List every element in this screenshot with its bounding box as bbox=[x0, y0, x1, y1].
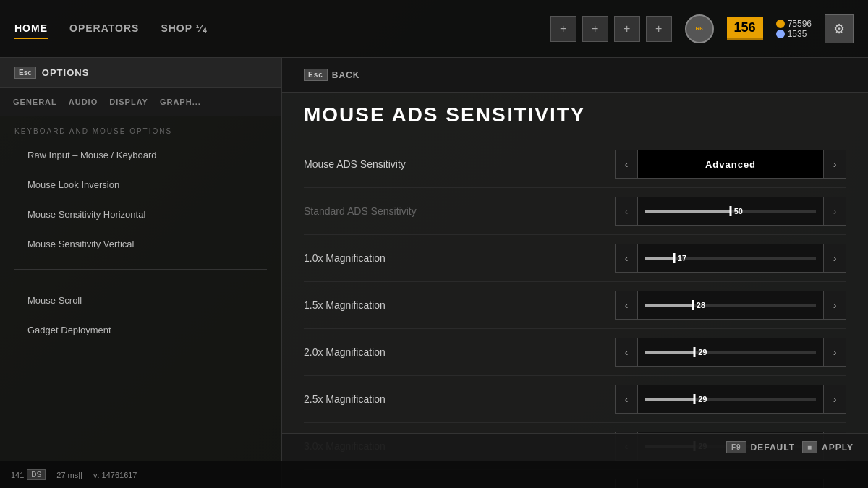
setting-row-2-5x: 2.5x Magnification ‹ 29 › bbox=[304, 376, 846, 423]
apply-button[interactable]: ■ APPLY bbox=[802, 441, 854, 453]
fps-value: 141 bbox=[11, 471, 24, 479]
nav-icons: + + + + R6 156 75596 1535 ⚙ bbox=[550, 14, 854, 43]
sidebar-divider bbox=[14, 269, 267, 270]
slider-thumb-2x bbox=[694, 347, 696, 357]
slider-1x[interactable]: 17 bbox=[638, 244, 823, 273]
apply-label: APPLY bbox=[822, 442, 854, 453]
nav-icon-3[interactable]: + bbox=[614, 16, 640, 42]
arrow-right-2-5x[interactable]: › bbox=[823, 385, 846, 414]
slider-control-1x: ‹ 17 › bbox=[615, 244, 846, 273]
options-title-label: OPTIONS bbox=[42, 67, 90, 78]
subtab-audio[interactable]: AUDIO bbox=[63, 94, 103, 110]
slider-standard[interactable]: 50 bbox=[638, 197, 823, 226]
tab-home[interactable]: HOME bbox=[14, 19, 48, 39]
right-panel: Esc BACK MOUSE ADS SENSITIVITY Mouse ADS… bbox=[282, 58, 868, 488]
top-nav: HOME OPERATORS SHOP ¹⁄₄ + + + + R6 156 7… bbox=[0, 0, 868, 58]
coin-icon bbox=[776, 20, 785, 28]
nav-icon-4[interactable]: + bbox=[646, 16, 672, 42]
arrow-right-2x[interactable]: › bbox=[823, 338, 846, 367]
setting-label-1-5x: 1.5x Magnification bbox=[304, 299, 615, 311]
slider-thumb-1-5x bbox=[692, 300, 694, 310]
slider-track-1-5x: 28 bbox=[645, 304, 816, 307]
currency-area: 75596 1535 bbox=[776, 19, 812, 39]
nav-icon-1[interactable]: + bbox=[550, 16, 576, 42]
slider-control-1-5x: ‹ 28 › bbox=[615, 291, 846, 320]
slider-value-1-5x: 28 bbox=[697, 301, 705, 309]
slider-control-2x: ‹ 29 › bbox=[615, 338, 846, 367]
status-ping: 27 ms|| bbox=[56, 471, 82, 479]
setting-label-2x: 2.0x Magnification bbox=[304, 346, 615, 358]
section-title: KEYBOARD AND MOUSE OPTIONS bbox=[14, 127, 267, 135]
setting-row-1-5x: 1.5x Magnification ‹ 28 › bbox=[304, 282, 846, 329]
sidebar-section-2: Mouse Scroll Gadget Deployment bbox=[0, 275, 281, 349]
currency-row-2: 1535 bbox=[776, 29, 812, 39]
slider-thumb-2-5x bbox=[694, 394, 696, 404]
default-key: F9 bbox=[726, 441, 746, 453]
settings-gear-button[interactable]: ⚙ bbox=[825, 14, 854, 43]
sidebar-item-sensitivity-h[interactable]: Mouse Sensitivity Horizontal bbox=[14, 200, 267, 228]
arrow-right-standard[interactable]: › bbox=[823, 197, 846, 226]
back-label: BACK bbox=[332, 70, 360, 80]
setting-row-standard: Standard ADS Sensitivity ‹ 50 › bbox=[304, 188, 846, 235]
currency-row-1: 75596 bbox=[776, 19, 812, 29]
slider-2-5x[interactable]: 29 bbox=[638, 385, 823, 414]
currency-2: 1535 bbox=[788, 29, 807, 39]
default-label: DEFAULT bbox=[751, 442, 795, 453]
sidebar-item-mouse-scroll[interactable]: Mouse Scroll bbox=[14, 286, 267, 314]
back-button[interactable]: Esc BACK bbox=[304, 69, 359, 81]
arrow-left-1x[interactable]: ‹ bbox=[615, 244, 638, 273]
setting-label-1x: 1.0x Magnification bbox=[304, 252, 615, 264]
sidebar-item-mouse-look[interactable]: Mouse Look Inversion bbox=[14, 171, 267, 199]
arrow-left-2-5x[interactable]: ‹ bbox=[615, 385, 638, 414]
default-button[interactable]: F9 DEFAULT bbox=[726, 441, 795, 453]
arrow-right-1x[interactable]: › bbox=[823, 244, 846, 273]
setting-control-ads: ‹ Advanced › bbox=[615, 150, 846, 179]
slider-2x[interactable]: 29 bbox=[638, 338, 823, 367]
apply-key: ■ bbox=[802, 441, 817, 453]
slider-value-2-5x: 29 bbox=[698, 395, 707, 403]
slider-control-2-5x: ‹ 29 › bbox=[615, 385, 846, 414]
avatar: R6 bbox=[685, 14, 714, 43]
page-title: MOUSE ADS SENSITIVITY bbox=[282, 93, 868, 134]
slider-1-5x[interactable]: 28 bbox=[638, 291, 823, 320]
slider-track-standard: 50 bbox=[645, 210, 816, 213]
esc-key: Esc bbox=[14, 67, 36, 79]
status-version: v: 14761617 bbox=[93, 471, 137, 479]
slider-thumb-standard bbox=[730, 206, 732, 216]
slider-fill-2x bbox=[645, 351, 694, 354]
sidebar-item-sensitivity-v[interactable]: Mouse Sensitivity Vertical bbox=[14, 230, 267, 258]
arrow-right-ads[interactable]: › bbox=[823, 150, 846, 179]
slider-track-2-5x: 29 bbox=[645, 398, 816, 401]
arrow-right-1-5x[interactable]: › bbox=[823, 291, 846, 320]
arrow-left-1-5x[interactable]: ‹ bbox=[615, 291, 638, 320]
status-fps: 141 DS bbox=[11, 469, 46, 480]
back-esc-key: Esc bbox=[304, 69, 328, 81]
value-ads: Advanced bbox=[638, 150, 823, 179]
sidebar-item-raw-input[interactable]: Raw Input – Mouse / Keyboard bbox=[14, 141, 267, 169]
sidebar-section: KEYBOARD AND MOUSE OPTIONS Raw Input – M… bbox=[0, 116, 281, 263]
slider-value-2x: 29 bbox=[698, 348, 707, 356]
subtab-graph[interactable]: GRAPH... bbox=[154, 94, 207, 110]
nav-icon-2[interactable]: + bbox=[582, 16, 608, 42]
ping-value: 27 ms|| bbox=[56, 471, 82, 479]
coin-icon-2 bbox=[776, 30, 785, 38]
sidebar-item-gadget[interactable]: Gadget Deployment bbox=[14, 316, 267, 344]
status-bar: 141 DS 27 ms|| v: 14761617 bbox=[0, 461, 868, 488]
slider-fill-1-5x bbox=[645, 304, 693, 307]
avatar-area: R6 bbox=[685, 14, 714, 43]
setting-label-ads: Mouse ADS Sensitivity bbox=[304, 158, 615, 170]
nav-tabs: HOME OPERATORS SHOP ¹⁄₄ bbox=[14, 19, 550, 39]
slider-track-1x: 17 bbox=[645, 257, 816, 260]
level-badge: 156 bbox=[727, 17, 763, 40]
tab-shop[interactable]: SHOP ¹⁄₄ bbox=[161, 19, 207, 39]
arrow-left-ads[interactable]: ‹ bbox=[615, 150, 638, 179]
subtab-general[interactable]: GENERAL bbox=[7, 94, 63, 110]
sub-tabs: GENERAL AUDIO DISPLAY GRAPH... bbox=[0, 88, 281, 116]
main-content: Esc OPTIONS GENERAL AUDIO DISPLAY GRAPH.… bbox=[0, 58, 868, 488]
arrow-left-standard[interactable]: ‹ bbox=[615, 197, 638, 226]
setting-label-standard: Standard ADS Sensitivity bbox=[304, 205, 615, 217]
arrow-left-2x[interactable]: ‹ bbox=[615, 338, 638, 367]
slider-fill-2-5x bbox=[645, 398, 694, 401]
tab-operators[interactable]: OPERATORS bbox=[69, 19, 139, 39]
subtab-display[interactable]: DISPLAY bbox=[103, 94, 154, 110]
